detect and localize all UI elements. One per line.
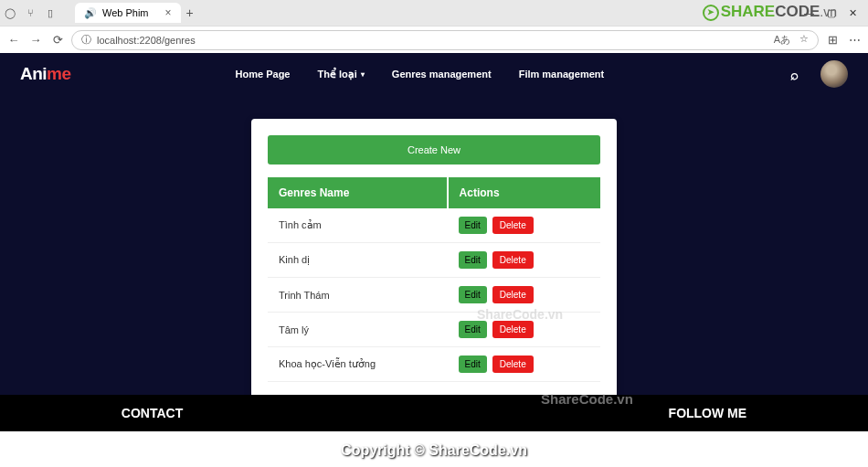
browser-tab[interactable]: 🔊 Web Phim × [75, 3, 181, 23]
extensions-icon[interactable]: ⊞ [824, 33, 841, 47]
close-window-icon[interactable]: ✕ [849, 7, 857, 19]
chevron-down-icon: ▾ [361, 70, 365, 79]
tabs-icon[interactable]: ▯ [44, 7, 57, 19]
genre-name: Trinh Thám [268, 278, 448, 313]
table-row: Tình cảm EditDelete [268, 208, 600, 243]
th-actions: Actions [448, 177, 600, 208]
menu-icon[interactable]: ⋯ [846, 33, 863, 47]
page-content: Anime Home Page Thể loại▾ Genres managem… [0, 53, 868, 431]
footer-follow[interactable]: FOLLOW ME [669, 406, 747, 420]
genre-name: Khoa học-Viễn tưởng [268, 347, 448, 382]
watermark-copyright: Copyright © ShareCode.vn [0, 442, 868, 459]
delete-button[interactable]: Delete [492, 217, 534, 234]
top-nav: Anime Home Page Thể loại▾ Genres managem… [0, 53, 868, 95]
new-tab-button[interactable]: + [186, 5, 194, 20]
edit-button[interactable]: Edit [459, 251, 487, 269]
edit-button[interactable]: Edit [459, 286, 487, 303]
table-row: Khoa học-Viễn tưởng EditDelete [268, 347, 600, 382]
refresh-icon[interactable]: ⟳ [49, 33, 66, 47]
delete-button[interactable]: Delete [492, 356, 534, 373]
footer: CONTACT FOLLOW ME [0, 395, 868, 431]
tab-title: Web Phim [102, 7, 149, 18]
star-icon[interactable]: ☆ [799, 33, 809, 47]
reader-icon[interactable]: Aあ [774, 33, 790, 47]
browser-chrome: ◯ ⑂ ▯ 🔊 Web Phim × + — ▢ ✕ ← → ⟳ ⓘ local… [0, 0, 868, 53]
nav-film-mgmt[interactable]: Film management [519, 69, 605, 80]
avatar[interactable] [820, 60, 848, 88]
delete-button[interactable]: Delete [492, 251, 534, 269]
back-icon[interactable]: ← [5, 33, 22, 47]
genre-name: Tâm lý [268, 313, 448, 347]
address-bar[interactable]: ⓘ localhost:2208/genres Aあ ☆ [71, 30, 819, 50]
genres-table: Genres Name Actions Tình cảm EditDelete … [268, 177, 600, 382]
edit-button[interactable]: Edit [459, 321, 487, 338]
site-info-icon[interactable]: ⓘ [81, 33, 91, 47]
titlebar: ◯ ⑂ ▯ 🔊 Web Phim × + — ▢ ✕ [0, 0, 868, 26]
profile-icon[interactable]: ◯ [4, 7, 16, 19]
edit-button[interactable]: Edit [459, 356, 487, 373]
forward-icon[interactable]: → [27, 33, 44, 47]
genre-name: Kinh dị [268, 243, 448, 278]
workspace-icon[interactable]: ⑂ [24, 7, 37, 18]
table-row: Tâm lý EditDelete [268, 313, 600, 347]
nav-genres-dropdown[interactable]: Thể loại▾ [318, 69, 365, 80]
nav-genres-mgmt[interactable]: Genres management [392, 69, 492, 80]
minimize-icon[interactable]: — [804, 7, 814, 19]
delete-button[interactable]: Delete [492, 286, 534, 303]
table-row: Kinh dị EditDelete [268, 243, 600, 278]
close-icon[interactable]: × [165, 6, 172, 19]
edit-button[interactable]: Edit [459, 217, 487, 234]
speaker-icon: 🔊 [84, 7, 97, 19]
create-new-button[interactable]: Create New [268, 135, 600, 165]
footer-contact[interactable]: CONTACT [122, 406, 183, 420]
genres-card: Create New Genres Name Actions Tình cảm … [251, 119, 617, 400]
url-text: localhost:2208/genres [97, 35, 196, 46]
genre-name: Tình cảm [268, 208, 448, 243]
delete-button[interactable]: Delete [492, 321, 534, 338]
th-genre-name: Genres Name [268, 177, 448, 208]
maximize-icon[interactable]: ▢ [827, 7, 836, 19]
logo[interactable]: Anime [20, 64, 71, 84]
table-row: Trinh Thám EditDelete [268, 278, 600, 313]
toolbar: ← → ⟳ ⓘ localhost:2208/genres Aあ ☆ ⊞ ⋯ [0, 26, 868, 53]
search-icon[interactable]: ⌕ [790, 67, 799, 82]
nav-home[interactable]: Home Page [236, 69, 291, 80]
